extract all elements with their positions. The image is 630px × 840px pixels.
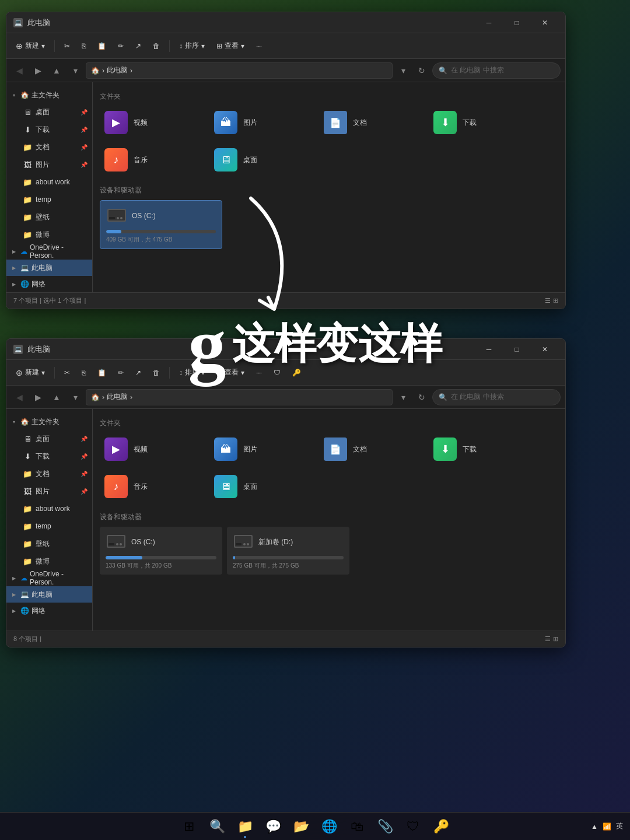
bottom-folder-video[interactable]: ▶ 视频 xyxy=(100,433,205,466)
up-button[interactable]: ▲ xyxy=(48,62,65,79)
bottom-close-button[interactable]: ✕ xyxy=(531,341,558,358)
search-box[interactable]: 🔍 在 此电脑 中搜索 xyxy=(432,62,561,79)
details-view-icon[interactable]: ☰ xyxy=(545,297,551,304)
bottom-sidebar-item-weibo[interactable]: 📁 微博 xyxy=(6,552,92,570)
bottom-sort-button[interactable]: ↕ 排序 ▾ xyxy=(174,363,209,382)
bottom-copy-button[interactable]: ⎘ xyxy=(77,363,90,382)
close-button[interactable]: ✕ xyxy=(531,15,558,31)
sidebar-network-group[interactable]: ▶ 🌐 网络 xyxy=(6,276,92,292)
bottom-sidebar-item-docs[interactable]: 📁 文档 📌 xyxy=(6,465,92,482)
folder-desktop[interactable]: 🖥 桌面 xyxy=(209,144,314,176)
bottom-back-button[interactable]: ◀ xyxy=(11,389,27,405)
bottom-sidebar-network-group[interactable]: ▶ 🌐 网络 xyxy=(6,603,92,619)
bottom-extra2[interactable]: 🔑 xyxy=(288,363,306,382)
bottom-sidebar-onedrive-group[interactable]: ▶ ☁ OneDrive - Person. xyxy=(6,570,92,586)
sidebar-computer-group[interactable]: ▶ 💻 此电脑 xyxy=(6,260,92,276)
bottom-address-input[interactable]: 🏠 › 此电脑 › xyxy=(86,389,393,405)
delete-button[interactable]: 🗑 xyxy=(148,37,164,55)
share-button[interactable]: ↗ xyxy=(131,37,146,55)
taskbar-wechat-button[interactable]: 💬 xyxy=(260,814,286,839)
sidebar-item-download[interactable]: ⬇ 下载 📌 xyxy=(6,121,92,138)
refresh-button[interactable]: ↻ xyxy=(414,62,430,79)
bottom-sidebar-computer-group[interactable]: ▶ 💻 此电脑 xyxy=(6,586,92,603)
bottom-search-box[interactable]: 🔍 在 此电脑 中搜索 xyxy=(432,389,561,405)
bottom-forward-button[interactable]: ▶ xyxy=(30,389,46,405)
bottom-up-button[interactable]: ▲ xyxy=(48,389,65,405)
bottom-folder-photos[interactable]: 🏔 图片 xyxy=(209,433,314,466)
more-button[interactable]: ··· xyxy=(251,37,267,55)
bottom-more-button[interactable]: ··· xyxy=(251,363,267,382)
sidebar-item-wallpaper[interactable]: 📁 壁纸 xyxy=(6,208,92,226)
taskbar-edge-button[interactable]: 🌐 xyxy=(316,814,342,839)
bottom-sidebar-item-download[interactable]: ⬇ 下载 📌 xyxy=(6,447,92,465)
minimize-button[interactable]: ─ xyxy=(475,15,502,31)
taskbar-network-icon[interactable]: 📶 xyxy=(603,822,611,831)
taskbar-tray-expand-icon[interactable]: ▲ xyxy=(591,822,598,831)
bottom-view-button[interactable]: ⊞ 查看 ▾ xyxy=(212,363,249,382)
sidebar-home-group[interactable]: ▾ 🏠 主文件夹 xyxy=(6,87,92,103)
bottom-drive-d[interactable]: 新加卷 (D:) 275 GB 可用，共 275 GB xyxy=(227,527,349,575)
bottom-extra1[interactable]: 🛡 xyxy=(269,363,285,382)
bottom-delete-button[interactable]: 🗑 xyxy=(148,363,164,382)
bottom-folder-download[interactable]: ⬇ 下载 xyxy=(429,433,534,466)
address-input[interactable]: 🏠 › 此电脑 › xyxy=(86,62,393,79)
bottom-sidebar-item-temp[interactable]: 📁 temp xyxy=(6,517,92,535)
bottom-maximize-button[interactable]: □ xyxy=(503,341,530,358)
bottom-folder-desktop[interactable]: 🖥 桌面 xyxy=(209,470,314,503)
taskbar-office-button[interactable]: 📎 xyxy=(372,814,398,839)
copy-button[interactable]: ⎘ xyxy=(77,37,90,55)
bottom-drive-c[interactable]: OS (C:) 133 GB 可用，共 200 GB xyxy=(100,527,222,575)
taskbar-lang-indicator[interactable]: 英 xyxy=(616,821,623,831)
bottom-minimize-button[interactable]: ─ xyxy=(475,341,502,358)
bottom-sidebar-home-group[interactable]: ▾ 🏠 主文件夹 xyxy=(6,414,92,430)
expand-button[interactable]: ▾ xyxy=(67,62,83,79)
cut-button[interactable]: ✂ xyxy=(60,37,75,55)
folder-video[interactable]: ▶ 视频 xyxy=(100,106,205,139)
new-button[interactable]: ⊕ 新建 ▾ xyxy=(11,37,50,55)
bottom-expand-button[interactable]: ▾ xyxy=(67,389,83,405)
folder-download[interactable]: ⬇ 下载 xyxy=(429,106,534,139)
taskbar-explorer-button[interactable]: 📁 xyxy=(232,814,258,839)
taskbar-search-button[interactable]: 🔍 xyxy=(204,814,230,839)
taskbar-store-button[interactable]: 🛍 xyxy=(344,814,370,839)
bottom-sidebar-item-wallpaper[interactable]: 📁 壁纸 xyxy=(6,535,92,552)
bottom-refresh-button[interactable]: ↻ xyxy=(414,389,430,405)
bottom-folder-docs[interactable]: 📄 文档 xyxy=(319,433,424,466)
view-button[interactable]: ⊞ 查看 ▾ xyxy=(212,37,249,55)
sidebar-item-aboutwork[interactable]: 📁 about work xyxy=(6,173,92,191)
folder-photos[interactable]: 🏔 图片 xyxy=(209,106,314,139)
sidebar-onedrive-group[interactable]: ▶ ☁ OneDrive - Person. xyxy=(6,243,92,260)
sort-button[interactable]: ↕ 排序 ▾ xyxy=(174,37,209,55)
bottom-share-button[interactable]: ↗ xyxy=(131,363,146,382)
taskbar-antivirus-button[interactable]: 🛡 xyxy=(400,814,426,839)
folder-docs[interactable]: 📄 文档 xyxy=(319,106,424,139)
bottom-rename-button[interactable]: ✏ xyxy=(113,363,128,382)
sidebar-item-photos[interactable]: 🖼 图片 📌 xyxy=(6,156,92,173)
bottom-details-view-icon[interactable]: ☰ xyxy=(545,635,551,643)
taskbar-app-button[interactable]: 🔑 xyxy=(428,814,454,839)
back-button[interactable]: ◀ xyxy=(11,62,27,79)
sidebar-item-temp[interactable]: 📁 temp xyxy=(6,191,92,208)
sidebar-item-docs[interactable]: 📁 文档 📌 xyxy=(6,138,92,156)
taskbar-start-button[interactable]: ⊞ xyxy=(176,814,202,839)
bottom-sidebar-item-desktop[interactable]: 🖥 桌面 📌 xyxy=(6,430,92,447)
bottom-folder-music[interactable]: ♪ 音乐 xyxy=(100,470,205,503)
drive-c[interactable]: OS (C:) 409 GB 可用，共 475 GB xyxy=(100,200,222,249)
taskbar-files-button[interactable]: 📂 xyxy=(288,814,314,839)
bottom-sidebar-item-aboutwork[interactable]: 📁 about work xyxy=(6,500,92,517)
grid-view-icon[interactable]: ⊞ xyxy=(553,297,558,304)
bottom-grid-view-icon[interactable]: ⊞ xyxy=(553,635,558,643)
folder-music[interactable]: ♪ 音乐 xyxy=(100,144,205,176)
bottom-cut-button[interactable]: ✂ xyxy=(60,363,75,382)
bottom-dropdown-button[interactable]: ▾ xyxy=(395,389,411,405)
paste-button[interactable]: 📋 xyxy=(93,37,111,55)
maximize-button[interactable]: □ xyxy=(503,15,530,31)
sidebar-item-weibo[interactable]: 📁 微博 xyxy=(6,226,92,243)
dropdown-button[interactable]: ▾ xyxy=(395,62,411,79)
bottom-new-button[interactable]: ⊕ 新建 ▾ xyxy=(11,363,50,382)
bottom-sidebar-item-photos[interactable]: 🖼 图片 📌 xyxy=(6,482,92,500)
sidebar-item-desktop[interactable]: 🖥 桌面 📌 xyxy=(6,103,92,121)
forward-button[interactable]: ▶ xyxy=(30,62,46,79)
bottom-paste-button[interactable]: 📋 xyxy=(93,363,111,382)
rename-button[interactable]: ✏ xyxy=(113,37,128,55)
